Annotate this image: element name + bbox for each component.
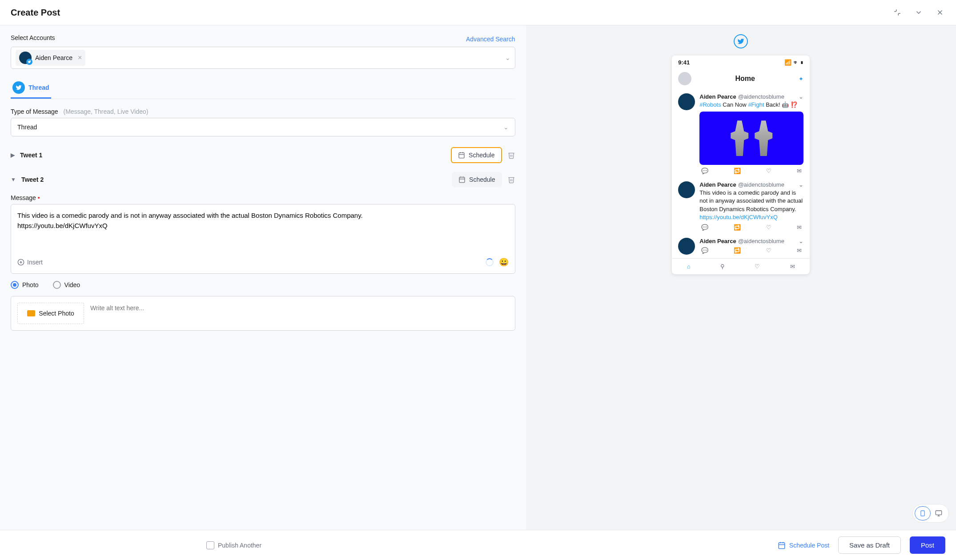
tweet-more-icon[interactable]: ⌄ <box>799 238 803 244</box>
radio-photo[interactable]: Photo <box>11 281 39 289</box>
tweet-1-text: #Robots Can Now #Fight Back! 🤖 ⁉️ <box>699 101 803 109</box>
share-icon[interactable]: ✉ <box>797 168 802 174</box>
tab-label: Thread <box>28 84 49 91</box>
preview-tweet-2: Aiden Pearce @aidenctosblume ⌄ This vide… <box>672 178 810 234</box>
tweet-2-row: ▼ Tweet 2 Schedule <box>11 170 515 189</box>
tab-thread[interactable]: Thread <box>11 78 51 99</box>
phone-title: Home <box>735 75 755 83</box>
tweet-3-actions: 💬 🔁 ♡ ✉ <box>699 244 803 254</box>
tweet-more-icon[interactable]: ⌄ <box>799 181 803 188</box>
account-selector[interactable]: Aiden Pearce × ⌄ <box>11 47 515 69</box>
image-icon <box>27 310 35 316</box>
message-textarea[interactable] <box>17 211 509 251</box>
tweet-2-text: This video is a comedic parody and is no… <box>699 189 803 221</box>
radio-video[interactable]: Video <box>53 281 80 289</box>
tweet-2-delete-button[interactable] <box>507 176 515 184</box>
reply-icon[interactable]: 💬 <box>701 247 708 254</box>
tweet-1-schedule-button[interactable]: Schedule <box>451 147 502 163</box>
message-label: Message • <box>11 194 515 201</box>
nav-mail-icon[interactable]: ✉ <box>790 263 795 270</box>
preview-tweet-3: Aiden Pearce @aidenctosblume ⌄ 💬 🔁 ♡ ✉ <box>672 234 810 258</box>
tweet-more-icon[interactable]: ⌄ <box>799 93 803 100</box>
post-button[interactable]: Post <box>910 536 945 554</box>
like-icon[interactable]: ♡ <box>766 247 771 254</box>
phone-preview: 9:41 📶 ᯤ ▮ Home ✦ Aiden Pearce @aidencto… <box>672 56 810 274</box>
checkbox-icon <box>206 541 214 549</box>
account-avatar <box>19 52 32 64</box>
reply-icon[interactable]: 💬 <box>701 168 708 174</box>
like-icon[interactable]: ♡ <box>766 168 771 174</box>
tweet-2-toggle[interactable]: ▼ Tweet 2 <box>11 176 44 183</box>
schedule-post-link[interactable]: Schedule Post <box>778 541 829 549</box>
tweet-2-schedule-button[interactable]: Schedule <box>452 172 502 187</box>
phone-bottom-nav: ⌂ ⚲ ♡ ✉ <box>672 258 810 274</box>
modal-body: Select Accounts Advanced Search Aiden Pe… <box>0 25 956 530</box>
chevron-down-icon: ⌄ <box>503 124 509 131</box>
svg-rect-13 <box>921 511 924 516</box>
device-mobile-button[interactable] <box>915 506 931 520</box>
preview-tweet-1: Aiden Pearce @aidenctosblume ⌄ #Robots C… <box>672 90 810 178</box>
alt-text-input[interactable] <box>90 303 509 312</box>
header-actions <box>892 7 945 18</box>
device-desktop-button[interactable] <box>931 506 947 520</box>
share-icon[interactable]: ✉ <box>797 224 802 231</box>
save-draft-button[interactable]: Save as Draft <box>838 536 901 554</box>
tweet-avatar <box>678 93 695 110</box>
account-chip: Aiden Pearce × <box>16 50 85 66</box>
twitter-badge-icon <box>26 59 32 65</box>
select-photo-button[interactable]: Select Photo <box>17 303 84 324</box>
status-bar: 9:41 📶 ᯤ ▮ <box>672 56 810 69</box>
advanced-search-link[interactable]: Advanced Search <box>466 36 515 43</box>
tweet-1-delete-button[interactable] <box>507 151 515 159</box>
emoji-picker-button[interactable]: 😀 <box>499 257 509 267</box>
close-icon[interactable] <box>935 7 945 18</box>
media-upload-box: Select Photo <box>11 296 515 331</box>
tweet-1-row: ▶ Tweet 1 Schedule <box>11 145 515 165</box>
message-type-value: Thread <box>17 124 37 131</box>
modal-header: Create Post <box>0 0 956 25</box>
chevron-down-icon[interactable]: ⌄ <box>505 54 510 61</box>
retweet-icon[interactable]: 🔁 <box>734 168 741 174</box>
radio-icon <box>11 281 19 289</box>
svg-rect-18 <box>779 543 785 549</box>
nav-search-icon[interactable]: ⚲ <box>720 263 725 270</box>
reply-icon[interactable]: 💬 <box>701 224 708 231</box>
media-type-radios: Photo Video <box>11 281 515 289</box>
compose-panel: Select Accounts Advanced Search Aiden Pe… <box>0 25 526 530</box>
signal-wifi-battery-icon: 📶 ᯤ ▮ <box>784 59 803 66</box>
account-chip-name: Aiden Pearce <box>35 54 72 61</box>
profile-avatar[interactable] <box>678 72 691 85</box>
preview-panel: 9:41 📶 ᯤ ▮ Home ✦ Aiden Pearce @aidencto… <box>526 25 956 530</box>
remove-account-icon[interactable]: × <box>78 54 82 62</box>
svg-rect-15 <box>936 511 941 515</box>
tweet-2-actions: 💬 🔁 ♡ ✉ <box>699 221 803 231</box>
like-icon[interactable]: ♡ <box>766 224 771 231</box>
char-counter-spinner <box>486 258 494 266</box>
phone-header: Home ✦ <box>672 69 810 90</box>
twitter-icon <box>12 81 25 94</box>
tweet-1-toggle[interactable]: ▶ Tweet 1 <box>11 152 42 159</box>
retweet-icon[interactable]: 🔁 <box>734 247 741 254</box>
modal-footer: Publish Another Schedule Post Save as Dr… <box>0 530 956 560</box>
chevron-down-icon[interactable] <box>913 7 924 18</box>
svg-rect-6 <box>459 177 465 183</box>
preview-tab-twitter[interactable] <box>734 34 748 48</box>
preview-network-tabs <box>734 34 748 48</box>
tweet-1-image <box>699 112 803 165</box>
nav-home-icon[interactable]: ⌂ <box>687 263 691 270</box>
share-icon[interactable]: ✉ <box>797 247 802 254</box>
tweet-avatar <box>678 181 695 198</box>
tweet-1-actions: 💬 🔁 ♡ ✉ <box>699 165 803 174</box>
retweet-icon[interactable]: 🔁 <box>734 224 741 231</box>
nav-bell-icon[interactable]: ♡ <box>755 263 760 270</box>
device-toggle <box>912 504 949 523</box>
insert-button[interactable]: Insert <box>17 259 43 266</box>
publish-another-checkbox[interactable]: Publish Another <box>206 541 261 549</box>
minimize-icon[interactable] <box>892 7 903 18</box>
svg-rect-2 <box>459 153 464 158</box>
message-type-select[interactable]: Thread ⌄ <box>11 118 515 136</box>
message-box: Insert 😀 <box>11 204 515 274</box>
type-label: Type of Message (Message, Thread, Live V… <box>11 108 515 115</box>
sparkle-icon[interactable]: ✦ <box>799 76 803 82</box>
accounts-label: Select Accounts <box>11 34 55 41</box>
